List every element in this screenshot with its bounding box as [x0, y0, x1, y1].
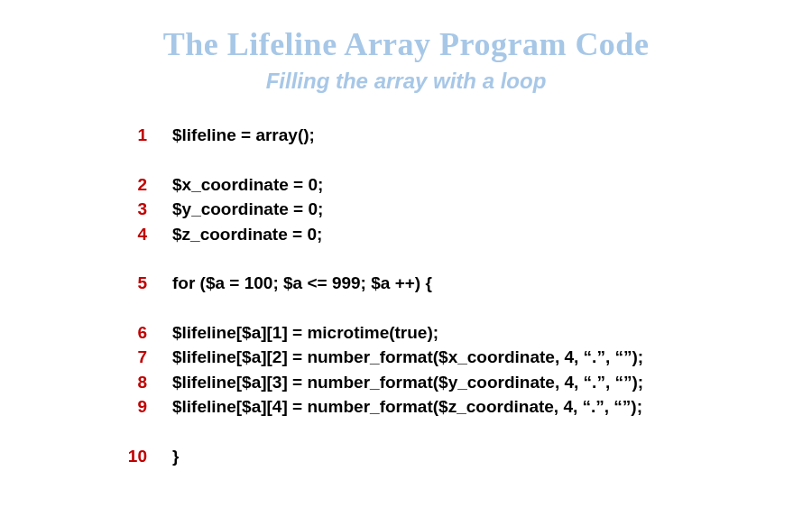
page-title: The Lifeline Array Program Code — [0, 0, 812, 63]
line-number: 1 — [113, 123, 147, 148]
code-block: 1 $lifeline = array(); 2 $x_coordinate =… — [113, 123, 812, 468]
code-line: 9 $lifeline[$a][4] = number_format($z_co… — [113, 394, 812, 420]
code-line: 8 $lifeline[$a][3] = number_format($y_co… — [113, 370, 812, 395]
code-text: $lifeline[$a][1] = microtime(true); — [172, 320, 438, 346]
line-number: 7 — [113, 345, 147, 370]
code-text: $lifeline[$a][2] = number_format($x_coor… — [172, 345, 643, 370]
code-line: 6 $lifeline[$a][1] = microtime(true); — [113, 320, 812, 346]
blank-line — [113, 420, 812, 444]
line-number: 9 — [113, 394, 147, 420]
blank-line — [113, 296, 812, 320]
code-line: 4 $z_coordinate = 0; — [113, 222, 812, 247]
blank-line — [113, 246, 812, 271]
code-text: $z_coordinate = 0; — [172, 222, 322, 247]
code-text: $x_coordinate = 0; — [172, 172, 323, 198]
code-text: $lifeline[$a][4] = number_format($z_coor… — [172, 394, 642, 420]
line-number: 2 — [113, 172, 147, 198]
line-number: 8 — [113, 370, 147, 395]
code-line: 3 $y_coordinate = 0; — [113, 197, 812, 222]
code-line: 7 $lifeline[$a][2] = number_format($x_co… — [113, 345, 812, 370]
code-text: } — [172, 444, 179, 469]
code-text: for ($a = 100; $a <= 999; $a ++) { — [172, 271, 432, 296]
page-subtitle: Filling the array with a loop — [0, 69, 812, 94]
code-text: $lifeline = array(); — [172, 123, 315, 148]
line-number: 3 — [113, 197, 147, 222]
code-line: 10 } — [113, 444, 812, 469]
code-line: 5 for ($a = 100; $a <= 999; $a ++) { — [113, 271, 812, 296]
line-number: 4 — [113, 222, 147, 247]
code-text: $y_coordinate = 0; — [172, 197, 323, 222]
code-text: $lifeline[$a][3] = number_format($y_coor… — [172, 370, 643, 395]
line-number: 6 — [113, 320, 147, 346]
line-number: 10 — [113, 444, 147, 469]
line-number: 5 — [113, 271, 147, 296]
blank-line — [113, 148, 812, 172]
code-line: 2 $x_coordinate = 0; — [113, 172, 812, 198]
code-line: 1 $lifeline = array(); — [113, 123, 812, 148]
